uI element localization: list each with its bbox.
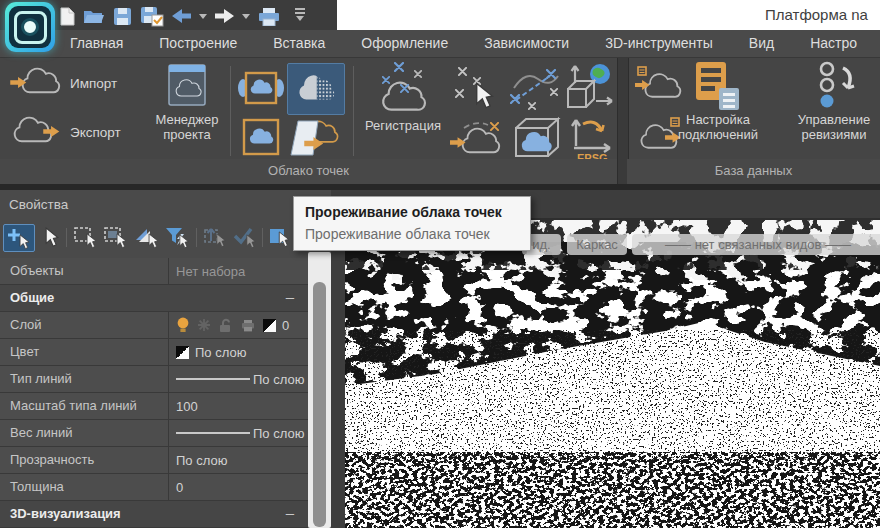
property-value[interactable]: По слою bbox=[169, 447, 308, 473]
fit-points-icon bbox=[506, 64, 560, 112]
property-section-row: Общие– bbox=[0, 285, 308, 312]
property-row: ЦветПо слою bbox=[0, 339, 308, 366]
georeference-icon bbox=[562, 61, 614, 115]
qat-customize-icon[interactable] bbox=[294, 8, 306, 22]
redo-icon[interactable] bbox=[215, 9, 234, 23]
connection-settings-icon bbox=[693, 60, 743, 112]
new-file-icon[interactable] bbox=[60, 7, 75, 26]
epsg-icon: EPSG bbox=[566, 114, 616, 164]
open-file-icon[interactable] bbox=[83, 8, 105, 24]
export-button[interactable]: Экспорт bbox=[10, 114, 121, 150]
viewport-no-linked-views: —— нет связанных видов —— bbox=[632, 234, 880, 255]
thin-point-cloud-icon bbox=[295, 73, 337, 105]
property-value[interactable]: По слою bbox=[169, 420, 308, 446]
crop-cloud-button[interactable] bbox=[238, 66, 284, 110]
section-collapse-icon[interactable]: – bbox=[286, 501, 294, 527]
property-value[interactable]: 100 bbox=[169, 393, 308, 419]
selection-filter-button[interactable] bbox=[164, 224, 190, 250]
title-bar-light: Платформа na bbox=[337, 0, 880, 30]
select-crossing-button[interactable] bbox=[103, 224, 129, 250]
window-title: Платформа na bbox=[765, 6, 868, 23]
property-row: ПрозрачностьПо слою bbox=[0, 447, 308, 474]
ribbon-tab-bar: ГлавнаяПостроениеВставкаОформлениеЗависи… bbox=[0, 30, 880, 58]
import-button[interactable]: Импорт bbox=[10, 65, 117, 101]
cloud-point-remove-button[interactable] bbox=[450, 116, 504, 160]
highlight-selection-button[interactable] bbox=[268, 224, 294, 250]
fit-points-button[interactable] bbox=[506, 64, 560, 112]
color-swatch bbox=[176, 346, 189, 359]
section-collapse-icon[interactable]: – bbox=[286, 285, 294, 311]
ribbon-separator bbox=[230, 66, 231, 156]
save-icon[interactable] bbox=[113, 7, 132, 26]
save-all-icon[interactable] bbox=[140, 6, 164, 27]
property-value[interactable]: 0 bbox=[169, 312, 308, 338]
ribbon-tab[interactable]: Построение bbox=[159, 30, 237, 57]
layer-on-bulb-icon[interactable] bbox=[176, 317, 190, 334]
select-window-button[interactable] bbox=[73, 224, 99, 250]
layer-state-icons[interactable] bbox=[176, 317, 276, 334]
add-to-selection-button[interactable] bbox=[3, 224, 35, 252]
toolbar-separator bbox=[196, 228, 197, 247]
scrollbar-thumb[interactable] bbox=[313, 282, 326, 527]
properties-scrollbar[interactable] bbox=[308, 252, 331, 528]
georeference-button[interactable] bbox=[562, 61, 614, 115]
layer-lock-icon[interactable] bbox=[218, 318, 234, 333]
toolbar-separator bbox=[66, 228, 67, 247]
move-up-button[interactable] bbox=[202, 224, 228, 250]
ribbon-tab[interactable]: Вставка bbox=[273, 30, 325, 57]
ribbon: Импорт Экспорт Менеджер проекта bbox=[0, 58, 880, 190]
revision-management-button[interactable]: Управление ревизиями bbox=[779, 60, 880, 142]
layer-freeze-icon[interactable] bbox=[197, 318, 211, 332]
registration-button[interactable]: Регистрация bbox=[352, 60, 454, 133]
apply-selection-button[interactable] bbox=[232, 224, 258, 250]
property-row: ОбъектыНет набора bbox=[0, 258, 308, 285]
layer-name: 0 bbox=[282, 318, 289, 333]
group-label-database: База данных bbox=[627, 159, 880, 184]
thin-point-cloud-button[interactable] bbox=[287, 63, 345, 115]
ribbon-tab[interactable]: Зависимости bbox=[484, 30, 569, 57]
clip-cloud-icon bbox=[240, 116, 282, 158]
property-row: Вес линийПо слою bbox=[0, 420, 308, 447]
app-logo[interactable] bbox=[5, 2, 55, 52]
crop-cloud-icon bbox=[238, 66, 284, 110]
property-label: Масштаб типа линий bbox=[0, 393, 169, 419]
redo-dropdown-icon[interactable] bbox=[242, 13, 250, 19]
project-manager-icon bbox=[166, 62, 208, 112]
viewport-tab-wireframe[interactable]: Каркас bbox=[567, 234, 627, 255]
cloud-cube-icon bbox=[508, 114, 562, 162]
property-row: Толщина0 bbox=[0, 474, 308, 501]
select-cursor-button[interactable] bbox=[39, 224, 65, 250]
cloud-to-sheet-button[interactable] bbox=[288, 115, 340, 161]
undo-icon[interactable] bbox=[172, 9, 191, 23]
select-points-button[interactable] bbox=[452, 65, 502, 111]
property-label: Тип линий bbox=[0, 366, 169, 392]
property-value[interactable]: 0 bbox=[169, 474, 308, 500]
quick-select-button[interactable] bbox=[134, 224, 160, 250]
ribbon-tab[interactable]: Оформление bbox=[361, 30, 448, 57]
property-row: Тип линийПо слою bbox=[0, 366, 308, 393]
ribbon-tab[interactable]: 3D-инструменты bbox=[605, 30, 713, 57]
ribbon-group-point-cloud: Импорт Экспорт Менеджер проекта bbox=[0, 58, 617, 184]
property-value[interactable]: По слою bbox=[169, 366, 308, 392]
cloud-point-remove-icon bbox=[450, 116, 504, 160]
property-value[interactable]: Нет набора bbox=[169, 258, 308, 284]
color-value: По слою bbox=[195, 345, 246, 360]
cloud-cube-button[interactable] bbox=[508, 114, 562, 162]
property-label: Слой bbox=[0, 312, 169, 338]
cloud-to-sheet-icon bbox=[288, 115, 340, 161]
tooltip-title: Прореживание облака точек bbox=[305, 204, 530, 220]
property-value[interactable]: По слою bbox=[169, 339, 308, 365]
linetype-sample bbox=[176, 432, 250, 434]
ribbon-tab[interactable]: Настро bbox=[810, 30, 857, 57]
layer-print-icon[interactable] bbox=[241, 318, 256, 332]
property-label: Общие bbox=[0, 285, 270, 311]
clip-cloud-button[interactable] bbox=[240, 116, 282, 158]
print-icon[interactable] bbox=[258, 7, 280, 26]
ribbon-tab[interactable]: Главная bbox=[70, 30, 123, 57]
project-manager-button[interactable]: Менеджер проекта bbox=[146, 62, 228, 142]
epsg-button[interactable]: EPSG bbox=[566, 114, 616, 164]
connection-settings-button[interactable]: Настройка подключений bbox=[663, 60, 773, 142]
layer-color-swatch[interactable] bbox=[263, 319, 276, 332]
ribbon-tab[interactable]: Вид bbox=[749, 30, 774, 57]
undo-dropdown-icon[interactable] bbox=[199, 13, 207, 19]
